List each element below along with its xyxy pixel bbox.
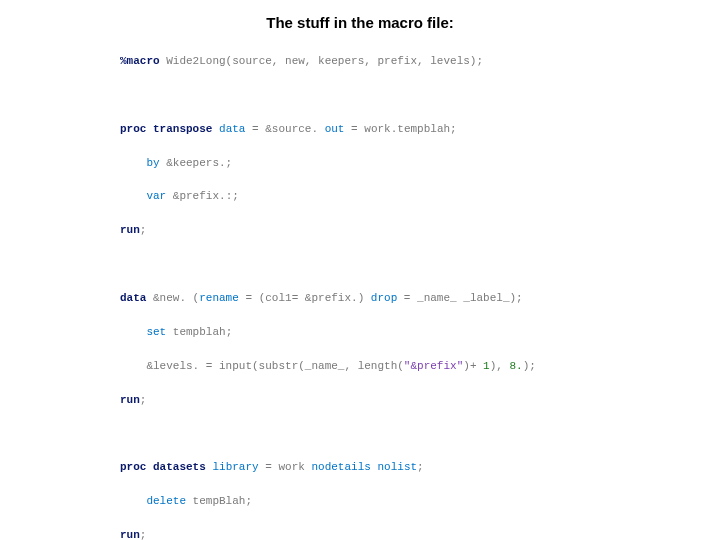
txt: Wide2Long(source, new, keepers, prefix, …: [160, 55, 483, 67]
kw-transpose: transpose: [153, 123, 212, 135]
txt: tempBlah;: [186, 495, 252, 507]
opt-library: library: [212, 461, 258, 473]
kw-datasets: datasets: [153, 461, 206, 473]
txt: &new. (: [146, 292, 199, 304]
kw-run: run: [120, 394, 140, 406]
num-fmt: 8.: [510, 360, 523, 372]
txt: &keepers.;: [160, 157, 233, 169]
opt-nolist: nolist: [378, 461, 418, 473]
txt: &levels. = input(substr(_name_, length(: [120, 360, 404, 372]
txt: ;: [140, 224, 147, 236]
kw-data: data: [120, 292, 146, 304]
kw-run: run: [120, 529, 140, 540]
slide: The stuff in the macro file: %macro Wide…: [0, 0, 720, 540]
txt: tempblah;: [166, 326, 232, 338]
opt-delete: delete: [120, 495, 186, 507]
str-prefix: "&prefix": [404, 360, 463, 372]
txt: = &source.: [245, 123, 324, 135]
txt: ;: [140, 394, 147, 406]
opt-drop: drop: [371, 292, 397, 304]
txt: )+: [463, 360, 483, 372]
kw-macro: %macro: [120, 55, 160, 67]
num-one: 1: [483, 360, 490, 372]
opt-data: data: [219, 123, 245, 135]
kw-proc: proc: [120, 461, 146, 473]
opt-rename: rename: [199, 292, 239, 304]
kw-run: run: [120, 224, 140, 236]
txt: &prefix.:;: [166, 190, 239, 202]
opt-out: out: [325, 123, 345, 135]
txt: = work.tempblah;: [344, 123, 456, 135]
kw-proc: proc: [120, 123, 146, 135]
txt: = work: [259, 461, 312, 473]
opt-nodetails: nodetails: [311, 461, 370, 473]
txt: = _name_ _label_);: [397, 292, 522, 304]
txt: ),: [490, 360, 510, 372]
txt: ;: [140, 529, 147, 540]
opt-by: by: [120, 157, 160, 169]
opt-var: var: [120, 190, 166, 202]
opt-set: set: [120, 326, 166, 338]
code-macro-file: %macro Wide2Long(source, new, keepers, p…: [120, 37, 700, 540]
txt: = (col1= &prefix.): [239, 292, 371, 304]
txt: ;: [417, 461, 424, 473]
txt: );: [523, 360, 536, 372]
heading-macro-file: The stuff in the macro file:: [20, 14, 700, 31]
